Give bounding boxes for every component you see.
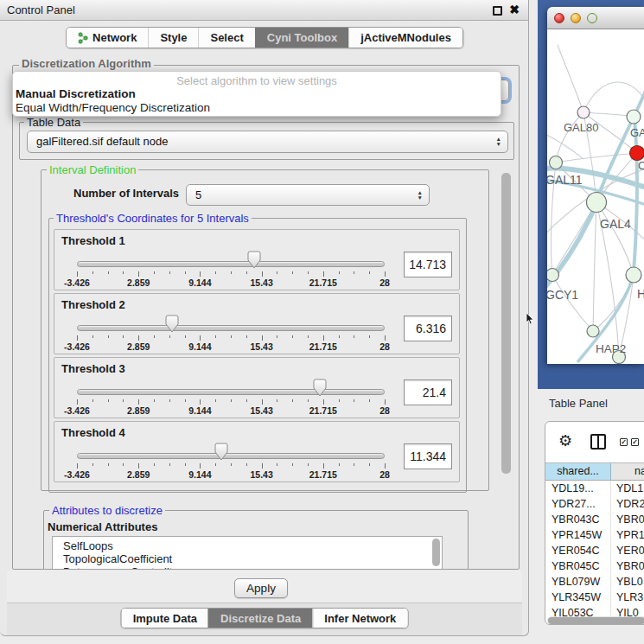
checkbox-icon[interactable]: ✓ xyxy=(620,438,628,446)
threshold-value-field[interactable]: 21.4 xyxy=(404,379,452,405)
column-header-shared-name[interactable]: shared... xyxy=(545,463,611,480)
panel-scrollbar[interactable] xyxy=(501,173,511,474)
tab-network[interactable]: Network xyxy=(67,28,148,48)
node-selected-red[interactable] xyxy=(630,146,644,161)
cell: YBL079W xyxy=(545,574,611,590)
node-gal4[interactable] xyxy=(587,193,607,213)
tab-select[interactable]: Select xyxy=(198,28,254,48)
tick-mark xyxy=(154,399,155,402)
tick-mark xyxy=(77,463,78,469)
apply-button[interactable]: Apply xyxy=(234,578,288,598)
tab-infer-network[interactable]: Infer Network xyxy=(312,609,407,628)
tick-mark xyxy=(369,399,370,402)
tick-mark xyxy=(292,271,293,274)
table-row[interactable]: YBR045CYBR0 xyxy=(545,558,644,574)
network-graph: GAL80 GA C GAL11 GAL4 GCY1 H HAP2 xyxy=(547,29,644,364)
column-layout-icon[interactable] xyxy=(590,434,606,450)
discretization-algorithm-title: Discretization Algorithm xyxy=(19,57,154,70)
node-label: GAL80 xyxy=(564,121,598,134)
tab-impute-data[interactable]: Impute Data xyxy=(122,609,208,628)
table-data-combobox[interactable]: galFiltered.sif default node ▲▼ xyxy=(27,131,508,153)
table-row[interactable]: YER054CYER0 xyxy=(545,543,644,558)
slider xyxy=(77,315,385,335)
tick-label: 21.715 xyxy=(309,341,337,352)
tick-mark xyxy=(123,335,124,338)
cell: YPR145W xyxy=(545,527,611,543)
tick-mark xyxy=(185,335,186,338)
tick-label: 28 xyxy=(379,277,390,288)
tick-label: 2.859 xyxy=(127,405,150,416)
table-panel-title: Table Panel xyxy=(549,397,608,410)
tick-mark xyxy=(308,399,309,402)
slider-thumb[interactable] xyxy=(313,379,327,397)
tab-discretize-data[interactable]: Discretize Data xyxy=(208,609,312,628)
tick-mark xyxy=(138,271,139,277)
table-row[interactable]: YLR345WYLR3 xyxy=(545,590,644,605)
list-item[interactable]: TopologicalCoefficient xyxy=(53,552,442,565)
tick-label: 2.859 xyxy=(127,277,150,288)
checkbox-icon[interactable]: ✓ xyxy=(631,438,639,446)
close-icon[interactable]: ✖ xyxy=(509,3,520,16)
table-row[interactable]: YBR043CYBR0 xyxy=(545,512,644,527)
node-h[interactable] xyxy=(626,267,641,283)
table-horizontal-scrollbar[interactable] xyxy=(547,616,644,625)
network-window-titlebar[interactable] xyxy=(547,7,644,29)
slider-tick-labels: -3.4262.8599.14415.4321.71528 xyxy=(77,277,385,288)
tab-cyni-toolbox[interactable]: Cyni Toolbox xyxy=(255,28,348,48)
node-top-right[interactable] xyxy=(627,110,641,124)
table-row[interactable]: YIL053CYIL0 xyxy=(545,605,644,616)
gear-icon[interactable]: ⚙ xyxy=(558,431,572,450)
tick-label: 15.43 xyxy=(250,469,272,480)
interval-definition-title: Interval Definition xyxy=(47,163,138,176)
column-header-name[interactable]: nam xyxy=(611,463,644,480)
tick-label: 9.144 xyxy=(188,277,211,288)
tick-mark xyxy=(277,399,277,402)
table-row[interactable]: YBL079WYBL0 xyxy=(545,574,644,590)
tick-label: 21.715 xyxy=(309,469,337,480)
threshold-value-field[interactable]: 14.713 xyxy=(404,252,452,277)
node-gcy1[interactable] xyxy=(547,269,559,282)
table-row[interactable]: YDR27...YDR2 xyxy=(545,496,644,512)
tick-mark xyxy=(308,335,309,338)
tick-mark xyxy=(185,271,186,274)
number-of-intervals-combobox[interactable]: 5 ▲▼ xyxy=(186,184,430,206)
list-item[interactable]: BetweennessCentrality xyxy=(53,565,442,569)
apply-row: Apply xyxy=(7,571,522,603)
cell: YBR045C xyxy=(545,558,611,574)
float-window-icon[interactable] xyxy=(493,6,502,16)
node-label: GAL4 xyxy=(600,217,631,231)
network-view-window: GAL80 GA C GAL11 GAL4 GCY1 H HAP2 xyxy=(547,7,644,364)
slider-thumb[interactable] xyxy=(165,315,179,333)
node-label: GA xyxy=(630,126,644,139)
tick-mark xyxy=(108,463,109,466)
thresholds-group-title: Threshold's Coordinates for 5 Intervals xyxy=(54,212,252,225)
list-item[interactable]: SelfLoops xyxy=(53,537,442,552)
tab-jactivemnodules[interactable]: jActiveMNodules xyxy=(348,28,462,48)
close-traffic-light[interactable] xyxy=(554,13,564,23)
slider-thumb[interactable] xyxy=(247,251,261,269)
threshold-value-field[interactable]: 6.316 xyxy=(404,316,452,341)
node-gal80[interactable] xyxy=(577,106,590,118)
minimize-traffic-light[interactable] xyxy=(571,13,581,23)
number-of-intervals-label: Number of Intervals xyxy=(73,187,179,200)
network-graph-canvas[interactable]: GAL80 GA C GAL11 GAL4 GCY1 H HAP2 xyxy=(547,29,644,364)
node-hap2[interactable] xyxy=(587,325,599,337)
table-row[interactable]: YPR145WYPR1 xyxy=(545,527,644,543)
tab-style[interactable]: Style xyxy=(148,28,198,48)
threshold-4-panel: Threshold 4 -3.4262.8599.14415.4321.7152… xyxy=(54,421,460,482)
threshold-value-field[interactable]: 11.344 xyxy=(404,443,452,469)
slider-thumb[interactable] xyxy=(214,443,228,461)
control-panel-titlebar[interactable]: Control Panel ✖ xyxy=(0,0,528,21)
dropdown-option-equal-width-frequency[interactable]: Equal Width/Frequency Discretization xyxy=(13,101,501,115)
tick-mark xyxy=(231,399,232,402)
zoom-traffic-light[interactable] xyxy=(587,13,597,23)
table-row[interactable]: YDL19...YDL1 xyxy=(545,481,644,496)
node-gal11[interactable] xyxy=(550,156,563,169)
cell: YLR345W xyxy=(545,590,611,605)
tick-mark xyxy=(77,399,78,405)
list-scrollbar[interactable] xyxy=(432,539,440,566)
cell: YDR2 xyxy=(611,496,644,512)
dropdown-option-manual-discretization[interactable]: Manual Discretization xyxy=(13,87,501,101)
tick-mark xyxy=(123,271,124,274)
scrollbar-thumb[interactable] xyxy=(548,617,644,624)
